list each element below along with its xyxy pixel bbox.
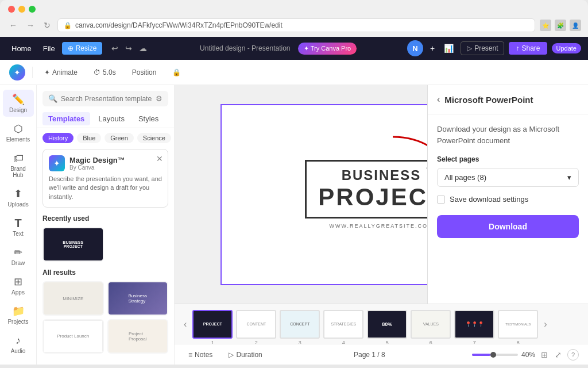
design-label: Design bbox=[9, 107, 27, 113]
slide-thumb-4[interactable]: STRATEGIES 4 bbox=[323, 310, 363, 339]
template-thumb-2[interactable]: BusinessStrategy bbox=[107, 281, 169, 316]
slide-strip-next[interactable]: › bbox=[541, 317, 549, 332]
maximize-traffic-light[interactable] bbox=[29, 6, 36, 13]
filter-tag-green[interactable]: Green bbox=[105, 133, 134, 143]
filter-icon[interactable]: ⚙ bbox=[156, 94, 163, 103]
share-button[interactable]: ↑ Share bbox=[509, 42, 547, 55]
filter-tag-science[interactable]: Science bbox=[137, 133, 171, 143]
slide-thumb-8-num: 8 bbox=[517, 340, 520, 344]
magic-close-button[interactable]: ✕ bbox=[156, 154, 163, 163]
sidebar-item-text[interactable]: T Text bbox=[3, 213, 34, 240]
analytics-button[interactable]: 📊 bbox=[442, 43, 456, 54]
canva-app: Home File ⊕ Resize ↩ ↪ ☁ Untitled design… bbox=[0, 37, 588, 365]
back-button[interactable]: ← bbox=[7, 20, 20, 31]
search-input[interactable] bbox=[61, 95, 152, 103]
ppt-pages-select[interactable]: All pages (8) ▾ bbox=[437, 168, 579, 187]
ppt-header: ‹ Microsoft PowerPoint bbox=[428, 85, 588, 114]
slide-subtitle: PROJECT bbox=[318, 183, 444, 211]
sidebar-item-design[interactable]: ✏️ Design bbox=[3, 90, 34, 117]
add-collaborator-button[interactable]: + bbox=[428, 43, 437, 54]
slide-thumb-3-text: CONCEPT bbox=[290, 322, 310, 326]
notes-button[interactable]: ≡ Notes bbox=[184, 348, 217, 361]
sidebar-item-draw[interactable]: ✏ Draw bbox=[3, 243, 34, 270]
slide-thumb-5[interactable]: 80% 5 bbox=[367, 310, 407, 339]
help-button[interactable]: ? bbox=[567, 349, 579, 361]
slide-strip-prev[interactable]: ‹ bbox=[181, 317, 189, 332]
slide-thumb-8[interactable]: TESTIMONIALS 8 bbox=[498, 310, 538, 339]
home-button[interactable]: Home bbox=[7, 42, 36, 55]
ppt-body: Download your design as a Microsoft Powe… bbox=[428, 114, 588, 304]
canva-logo: ✦ bbox=[9, 64, 25, 80]
tab-layouts[interactable]: Layouts bbox=[92, 112, 130, 125]
share-icon: ↑ bbox=[516, 44, 519, 52]
template-thumb-1[interactable]: MINIMIZE bbox=[42, 281, 104, 316]
lock-button[interactable]: 🔒 bbox=[168, 66, 185, 79]
url-bar[interactable]: 🔒 canva.com/design/DAFkfyccFWw/Wi34RxTZn… bbox=[57, 18, 535, 32]
resize-icon: ⊕ bbox=[68, 44, 74, 52]
forward-button[interactable]: → bbox=[24, 20, 37, 31]
search-box[interactable]: 🔍 ⚙ bbox=[42, 91, 168, 106]
profile-icon[interactable]: 👤 bbox=[570, 20, 581, 31]
file-button[interactable]: File bbox=[43, 44, 55, 53]
zoom-control: 40% bbox=[472, 351, 535, 359]
minimize-traffic-light[interactable] bbox=[18, 6, 25, 13]
slide-thumb-7[interactable]: 📍📍📍 7 bbox=[454, 310, 494, 339]
slide-thumb-2[interactable]: CONTENT 2 bbox=[236, 310, 276, 339]
resize-button[interactable]: ⊕ Resize bbox=[62, 42, 103, 55]
filter-tag-history[interactable]: History bbox=[42, 133, 74, 143]
redo-button[interactable]: ↪ bbox=[123, 43, 134, 54]
canvas-content[interactable]: BUSINESS PROJECT WWW.REALLYGREATSITE.COM bbox=[175, 85, 588, 304]
search-icon: 🔍 bbox=[48, 94, 57, 103]
slide-thumb-6[interactable]: VALUES 6 bbox=[411, 310, 451, 339]
template-thumb-text-1: BUSINESSPROJECT bbox=[63, 240, 83, 248]
template-thumb-3[interactable]: Product Launch bbox=[42, 319, 104, 354]
duration-button[interactable]: ▷ Duration bbox=[224, 348, 266, 361]
present-button[interactable]: ▷ Present bbox=[461, 41, 504, 55]
template-thumb-recent-1[interactable]: BUSINESSPROJECT bbox=[42, 227, 104, 262]
sidebar-item-uploads[interactable]: ⬆ Uploads bbox=[3, 184, 34, 211]
slide-thumb-5-num: 5 bbox=[386, 340, 389, 344]
tab-templates[interactable]: Templates bbox=[42, 112, 90, 125]
undo-button[interactable]: ↩ bbox=[109, 43, 121, 54]
extension-icon[interactable]: 🧩 bbox=[555, 20, 566, 31]
zoom-slider-dot bbox=[490, 352, 496, 358]
filter-tag-blue[interactable]: Blue bbox=[77, 133, 101, 143]
avatar-button[interactable]: N bbox=[407, 40, 423, 56]
audio-icon: ♪ bbox=[12, 334, 25, 347]
audio-label: Audio bbox=[11, 348, 26, 354]
sidebar-item-elements[interactable]: ⬡ Elements bbox=[3, 119, 34, 146]
duration-button[interactable]: ⏱ 5.0s bbox=[89, 66, 121, 79]
sidebar-item-audio[interactable]: ♪ Audio bbox=[3, 331, 34, 358]
template-thumb-4[interactable]: ProjectProposal bbox=[107, 319, 169, 354]
position-button[interactable]: Position bbox=[127, 66, 161, 79]
duration-icon: ▷ bbox=[229, 351, 234, 359]
slide-thumb-5-text: 80% bbox=[382, 321, 392, 327]
sidebar-item-apps[interactable]: ⊞ Apps bbox=[3, 272, 34, 299]
zoom-slider[interactable] bbox=[472, 354, 518, 356]
refresh-button[interactable]: ↻ bbox=[41, 20, 53, 31]
ppt-pages-value: All pages (8) bbox=[444, 173, 486, 182]
magic-design-icon: ✦ bbox=[49, 155, 65, 171]
sidebar-icons: ✏️ Design ⬡ Elements 🏷 Brand Hub ⬆ Uploa… bbox=[0, 85, 37, 365]
slide-thumb-3[interactable]: CONCEPT 3 bbox=[280, 310, 320, 339]
cloud-save-icon[interactable]: ☁ bbox=[137, 43, 149, 54]
grid-view-button[interactable]: ⊞ bbox=[540, 349, 549, 361]
draw-icon: ✏ bbox=[12, 246, 25, 259]
sidebar-item-projects[interactable]: 📁 Projects bbox=[3, 301, 34, 328]
try-canva-pro-button[interactable]: ✦ Try Canva Pro bbox=[298, 43, 357, 55]
present-icon: ▷ bbox=[467, 44, 472, 52]
sidebar-item-brand-hub[interactable]: 🏷 Brand Hub bbox=[3, 148, 34, 182]
animate-button[interactable]: ✦ Animate bbox=[40, 66, 82, 79]
clock-icon: ⏱ bbox=[94, 68, 100, 76]
update-button[interactable]: Update bbox=[552, 43, 581, 53]
undo-redo-group: ↩ ↪ ☁ bbox=[109, 43, 149, 54]
tab-styles[interactable]: Styles bbox=[133, 112, 164, 125]
ppt-back-button[interactable]: ‹ bbox=[437, 94, 440, 105]
ppt-download-button[interactable]: Download bbox=[437, 215, 579, 238]
ppt-save-settings-checkbox[interactable] bbox=[437, 195, 445, 204]
fullscreen-button[interactable]: ⤢ bbox=[554, 349, 563, 361]
bookmark-icon[interactable]: ⭐ bbox=[540, 20, 551, 31]
close-traffic-light[interactable] bbox=[8, 6, 15, 13]
slide-thumb-1-num: 1 bbox=[211, 340, 214, 344]
slide-thumb-1[interactable]: PROJECT 1 bbox=[192, 310, 233, 339]
